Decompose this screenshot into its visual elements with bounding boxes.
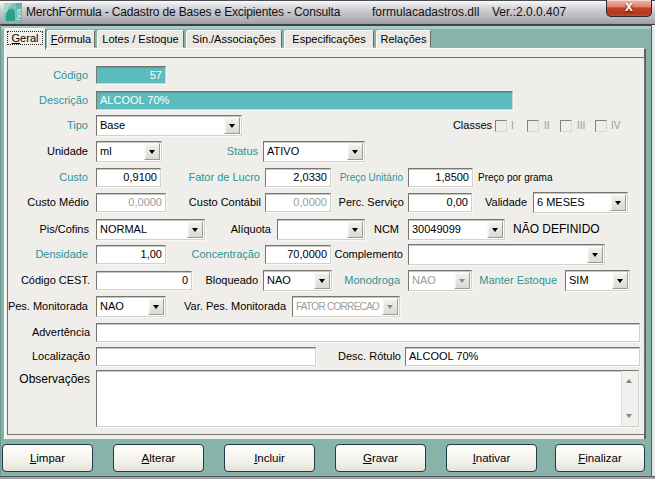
svg-text:hos: hos (15, 8, 22, 20)
